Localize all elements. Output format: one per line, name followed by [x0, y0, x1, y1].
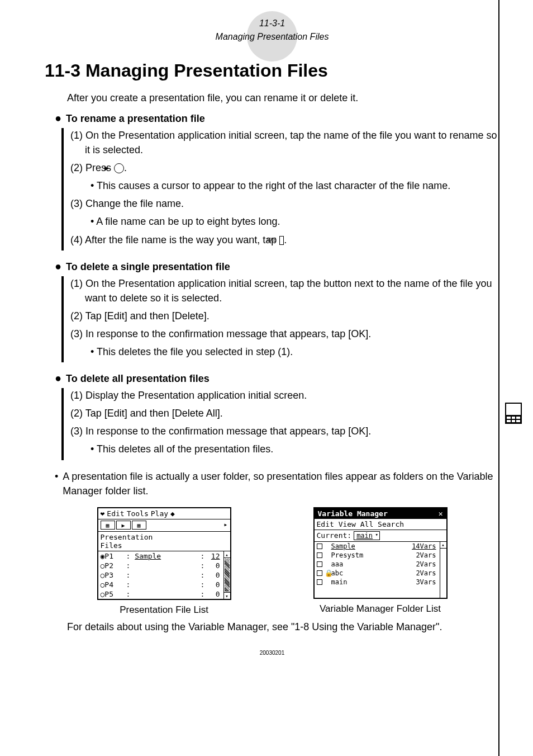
- page-header: 11-3-1 Managing Presentation Files: [45, 17, 499, 44]
- row-radio-label: ◉P1: [101, 552, 126, 560]
- vm-current-select: main: [354, 531, 380, 540]
- row-folder-name: abc: [331, 569, 410, 577]
- exe-key-icon: EXE: [279, 236, 284, 245]
- figure2-caption: Variable Manager Folder List: [320, 603, 441, 615]
- row-value: 0: [207, 571, 221, 579]
- scrollbar: ▴ ▾: [223, 551, 230, 599]
- vm-title-text: Variable Manager: [318, 509, 388, 518]
- presentation-header-l2: Files: [101, 541, 228, 550]
- menu-tools: Tools: [127, 509, 149, 518]
- delete-all-step1: (1) Display the Presentation application…: [70, 388, 499, 403]
- toolbar-icon-1: ▦: [101, 521, 115, 530]
- rename-step2-suffix: .: [124, 162, 127, 173]
- vm-list-row: main3Vars: [315, 578, 446, 587]
- vm-list-row: Presystm2Vars: [315, 551, 446, 560]
- row-filename: [135, 571, 198, 579]
- toolbar-icon-2: ▶: [116, 521, 131, 530]
- delete-all-step3-sub: • This deletes all of the presentation f…: [91, 442, 499, 456]
- row-folder-name: aaa: [331, 560, 410, 568]
- row-vars-count: 3Vars: [410, 578, 437, 586]
- procedure-bar: [61, 128, 64, 251]
- row-checkbox: [317, 560, 325, 568]
- delete-all-title: To delete all presentation files: [66, 373, 210, 385]
- row-checkbox: [317, 578, 325, 586]
- bullet-dot-icon: ●: [55, 372, 61, 384]
- intro-text: After you create a presentation file, yo…: [67, 92, 499, 104]
- delete-one-step1: (1) On the Presentation application init…: [70, 276, 499, 305]
- row-radio-label: ○P4: [101, 580, 126, 589]
- row-colon: :: [126, 561, 135, 570]
- row-vars-count: 2Vars: [410, 569, 437, 577]
- vm-current-value: main: [356, 532, 373, 540]
- row-checkbox: [317, 542, 325, 550]
- row-filename: [135, 580, 198, 589]
- bullet-dot-icon: ●: [55, 261, 61, 272]
- delete-one-step2: (2) Tap [Edit] and then [Delete].: [70, 309, 499, 323]
- menu-edit: Edit: [107, 509, 124, 518]
- folder-note-text: A presentation file is actually a user f…: [63, 469, 499, 498]
- footer-code: 20030201: [45, 650, 499, 656]
- rename-step4-prefix: (4) After the file name is the way you w…: [70, 234, 279, 245]
- scroll-up-icon: ▴: [440, 542, 446, 549]
- row-checkbox: [317, 551, 325, 559]
- presentation-list-row: ○P5: :0: [98, 589, 230, 599]
- menu-play: Play: [151, 509, 168, 518]
- presentation-list-row: ○P4: :0: [98, 580, 230, 589]
- row-lock-icon: [325, 542, 331, 550]
- row-value: 12: [207, 552, 221, 560]
- vm-titlebar: Variable Manager ✕: [315, 508, 446, 519]
- rename-step4-suffix: .: [284, 234, 287, 245]
- scrollbar-thumb: [225, 559, 230, 592]
- delete-all-heading: ● To delete all presentation files: [55, 372, 499, 385]
- main-heading: 11-3 Managing Presentation Files: [45, 60, 499, 81]
- row-folder-name: Sample: [331, 542, 410, 550]
- presentation-list-row: ○P3: :0: [98, 570, 230, 580]
- header-ref: 11-3-1: [45, 17, 499, 30]
- figure1-caption: Presentation File List: [120, 604, 208, 616]
- bullet-dot-icon: ●: [55, 112, 61, 124]
- rename-step1: (1) On the Presentation application init…: [70, 128, 499, 157]
- row-lock-icon: [325, 551, 331, 559]
- vm-list-row: aaa2Vars: [315, 560, 446, 569]
- row-colon2: :: [199, 590, 207, 598]
- row-radio-label: ○P5: [101, 590, 126, 598]
- presentation-toolbar: ▦ ▶ ▦ ▸: [98, 519, 230, 532]
- row-filename: Sample: [135, 552, 198, 560]
- row-radio-label: ○P2: [101, 561, 126, 570]
- vm-folder-list: Sample14VarsPresystm2Varsaaa2Vars🔒abc2Va…: [315, 542, 446, 598]
- row-value: 0: [207, 580, 221, 589]
- vm-list-row: Sample14Vars: [315, 542, 446, 551]
- header-title: Managing Presentation Files: [45, 30, 499, 44]
- row-filename: [135, 590, 198, 598]
- row-colon2: :: [199, 552, 207, 560]
- presentation-list-row: ◉P1: Sample:12: [98, 551, 230, 561]
- rename-title: To rename a presentation file: [66, 113, 205, 125]
- rename-step2-sub: • This causes a cursor to appear to the …: [91, 178, 499, 193]
- row-colon: :: [126, 580, 135, 589]
- figure-variable-manager: Variable Manager ✕ Edit View All Search …: [313, 507, 448, 616]
- presentation-list-row: ○P2: :0: [98, 561, 230, 570]
- folder-note: • A presentation file is actually a user…: [55, 469, 499, 498]
- row-lock-icon: 🔒: [325, 569, 331, 577]
- vm-list-row: 🔒abc2Vars: [315, 569, 446, 578]
- toolbar-expand-icon: ▸: [223, 521, 227, 528]
- row-vars-count: 2Vars: [410, 551, 437, 559]
- row-vars-count: 14Vars: [410, 542, 437, 550]
- row-value: 0: [207, 590, 221, 598]
- row-lock-icon: [325, 578, 331, 586]
- bullet-dot-icon: •: [55, 469, 58, 498]
- delete-all-step2: (2) Tap [Edit] and then [Delete All].: [70, 406, 499, 420]
- row-vars-count: 2Vars: [410, 560, 437, 568]
- figure-presentation-list: ❤ Edit Tools Play ◆ ▦ ▶ ▦ ▸ Presentation…: [97, 507, 231, 616]
- page-side-icon: [505, 403, 522, 424]
- right-arrow-key-icon: ▶: [114, 163, 124, 173]
- variable-manager-screen: Variable Manager ✕ Edit View All Search …: [313, 507, 448, 599]
- row-colon: :: [126, 590, 135, 598]
- row-value: 0: [207, 561, 221, 570]
- delete-one-heading: ● To delete a single presentation file: [55, 261, 499, 273]
- procedure-bar: [61, 388, 64, 460]
- scrollbar: ▴: [440, 542, 446, 598]
- row-colon2: :: [199, 561, 207, 570]
- row-radio-label: ○P3: [101, 571, 126, 579]
- page-border-right: [498, 0, 499, 756]
